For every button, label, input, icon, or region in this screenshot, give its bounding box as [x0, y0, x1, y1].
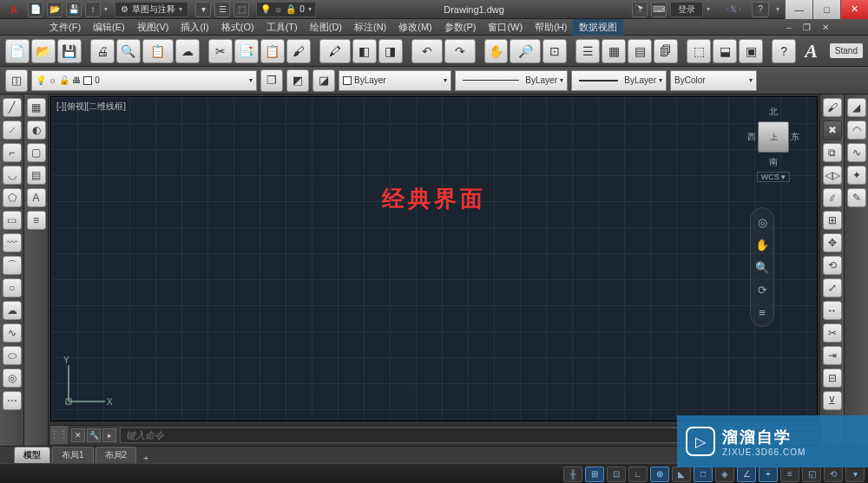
color-combo[interactable]: ByLayer ▾ [339, 70, 451, 91]
menu-modify[interactable]: 修改(M) [392, 19, 438, 36]
menu-dim[interactable]: 标注(N) [348, 19, 392, 36]
markup-button[interactable]: ▣ [739, 39, 763, 63]
cmd-handle[interactable]: ⋮⋮ [50, 426, 68, 444]
hatch-tool[interactable]: ▦ [27, 98, 46, 117]
doc-min-icon[interactable]: – [781, 20, 797, 34]
pline-tool[interactable]: ⌐ [3, 143, 22, 162]
array-tool[interactable]: ⊞ [823, 211, 842, 230]
menu-insert[interactable]: 插入(I) [174, 19, 214, 36]
viewcube[interactable]: 北 西 上 东 南 WCS ▾ [747, 106, 799, 182]
viewcube-north[interactable]: 北 [747, 106, 799, 118]
tab-layout2[interactable]: 布局2 [95, 447, 137, 463]
region-tool[interactable]: ▢ [27, 143, 46, 162]
nav-zoom-icon[interactable]: 🔍 [753, 258, 771, 276]
copy2-tool[interactable]: ⧉ [823, 143, 842, 162]
ref-button[interactable]: ⬓ [713, 39, 737, 63]
block-button[interactable]: ◧ [352, 39, 377, 63]
layer-button[interactable]: ◨ [378, 39, 403, 63]
join-tool[interactable]: ⊻ [823, 391, 842, 410]
blend-tool[interactable]: ∿ [847, 143, 866, 162]
erase-tool[interactable]: ✖ [823, 121, 842, 140]
layern-button[interactable]: ◪ [312, 69, 335, 92]
menu-edit[interactable]: 编辑(E) [87, 19, 131, 36]
minimize-button[interactable]: — [785, 0, 812, 19]
line-tool[interactable]: ╱ [3, 98, 22, 117]
chevron-down-icon[interactable]: ▾ [776, 5, 779, 13]
polygon-tool[interactable]: ⬠ [3, 188, 22, 207]
viewcube-south[interactable]: 南 [747, 156, 799, 168]
status-iso-icon[interactable]: ◣ [672, 467, 691, 482]
add-tab-button[interactable]: + [138, 453, 154, 463]
match-button[interactable]: 🖌 [286, 39, 311, 63]
status-osnap-icon[interactable]: □ [694, 467, 713, 482]
nav-wheel-icon[interactable]: ◎ [753, 213, 771, 231]
linetype-combo[interactable]: ByLayer ▾ [455, 70, 568, 91]
rotate-tool[interactable]: ⟲ [823, 256, 842, 275]
plot-button[interactable]: 🔍 [116, 39, 141, 63]
zoom-window-button[interactable]: ⊡ [542, 39, 567, 63]
revcloud-tool[interactable]: ☁ [3, 301, 22, 320]
brush-button[interactable]: 🖍 [319, 39, 351, 63]
toolpal-button[interactable]: ▤ [628, 39, 652, 63]
design-button[interactable]: ⬚ [687, 39, 711, 63]
undo-button[interactable]: ↶ [411, 39, 443, 63]
cut-button[interactable]: ✂ [208, 39, 233, 63]
donut-tool[interactable]: ◎ [3, 369, 22, 388]
keyword-icon[interactable]: ⌨ [651, 2, 667, 17]
viewcube-face[interactable]: 上 [758, 121, 789, 153]
redo-button[interactable]: ↷ [444, 39, 476, 63]
menu-file[interactable]: 文件(F) [43, 19, 87, 36]
doc-restore-icon[interactable]: ❐ [799, 20, 815, 34]
point-tool[interactable]: ⋯ [3, 391, 22, 410]
exchange-icon[interactable]: ·𝕏· [726, 4, 743, 14]
menu-param[interactable]: 参数(P) [438, 19, 483, 36]
pan-button[interactable]: ✋ [484, 39, 509, 63]
nav-orbit-icon[interactable]: ⟳ [753, 281, 771, 298]
preview-button[interactable]: 📋 [142, 39, 174, 63]
menu-window[interactable]: 窗口(W) [482, 19, 529, 36]
status-ortho-icon[interactable]: ∟ [628, 467, 648, 482]
chamfer-tool[interactable]: ◢ [847, 98, 866, 117]
app-icon[interactable]: A [5, 1, 23, 18]
annotation-a-icon[interactable]: A [798, 40, 825, 62]
stretch-tool[interactable]: ↔ [823, 301, 842, 320]
rect-tool[interactable]: ▭ [3, 211, 22, 230]
status-qs-icon[interactable]: ▾ [845, 467, 865, 482]
menu-format[interactable]: 格式(O) [215, 19, 260, 36]
workspace-switcher[interactable]: ⚙ 草图与注释 ▾ [115, 2, 188, 17]
menu-draw[interactable]: 绘图(D) [304, 19, 348, 36]
zoom-button[interactable]: 🔎 [510, 39, 541, 63]
properties-button[interactable]: ☰ [575, 39, 600, 63]
cline-tool[interactable]: ⟋ [3, 121, 22, 140]
menu-view[interactable]: 视图(V) [131, 19, 175, 36]
mline-tool[interactable]: ≡ [27, 211, 46, 230]
status-model-icon[interactable]: ╫ [563, 467, 582, 482]
nav-show-icon[interactable]: ≡ [753, 304, 771, 321]
spline2-tool[interactable]: ∿ [3, 323, 22, 343]
layer-combo[interactable]: 💡 ☼ 🔓 🖶 0 ▾ [31, 70, 257, 91]
layerp-button[interactable]: ◩ [286, 69, 309, 92]
binoculars-icon[interactable]: 🔭 [632, 2, 648, 17]
login-button[interactable]: 登录 [670, 2, 703, 17]
wcs-label[interactable]: WCS ▾ [757, 172, 791, 182]
qat-arrow-icon[interactable]: ↕ [85, 2, 101, 17]
save-button[interactable]: 💾 [57, 39, 82, 63]
layers-button[interactable]: ❐ [260, 69, 283, 92]
qat-dropdown-icon[interactable]: ▾ [104, 5, 108, 13]
extend-tool[interactable]: ⇥ [823, 346, 842, 365]
layer-manager-button[interactable]: ◫ [5, 69, 28, 92]
offset-tool[interactable]: ⫽ [823, 188, 842, 207]
status-trans-icon[interactable]: ◱ [802, 467, 821, 482]
qat-icon[interactable]: ⬚ [233, 2, 249, 17]
help-button[interactable]: ? [772, 39, 796, 63]
scale-tool[interactable]: ⤢ [823, 278, 842, 297]
arc-tool[interactable]: ◡ [3, 166, 22, 185]
copy-button[interactable]: 📑 [234, 39, 259, 63]
chevron-down-icon[interactable]: ▾ [707, 5, 710, 13]
trim-tool[interactable]: ✂ [823, 323, 842, 343]
menu-dataview[interactable]: 数据视图 [573, 19, 623, 36]
circle-tool[interactable]: ○ [3, 278, 22, 297]
tab-model[interactable]: 模型 [14, 447, 50, 463]
status-dyn-icon[interactable]: + [759, 467, 778, 482]
cmd-wrench-icon[interactable]: 🔧 [87, 428, 101, 442]
